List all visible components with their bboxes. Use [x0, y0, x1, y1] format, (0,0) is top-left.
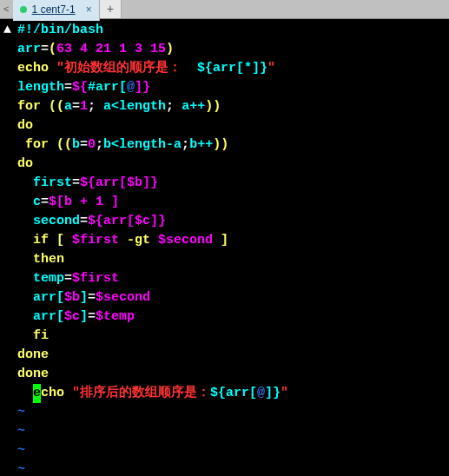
cursor: e	[33, 384, 41, 403]
tab-nav-left[interactable]: <	[0, 0, 13, 19]
editor-area[interactable]: ▲#!/bin/bash arr=(63 4 21 1 3 15) echo "…	[0, 19, 449, 476]
scroll-up-icon[interactable]: ▲	[3, 21, 17, 40]
code-text: #!/bin/bash	[17, 21, 103, 40]
empty-line-tilde: ~	[17, 460, 25, 476]
empty-line-tilde: ~	[17, 403, 25, 422]
tab-active[interactable]: 1 cent7-1 ×	[13, 0, 100, 21]
tab-bar: < 1 cent7-1 × +	[0, 0, 449, 19]
empty-line-tilde: ~	[17, 422, 25, 441]
tab-status-dot	[20, 6, 27, 13]
tab-label: 1 cent7-1	[32, 0, 76, 19]
tab-close-icon[interactable]: ×	[86, 0, 92, 19]
empty-line-tilde: ~	[17, 441, 25, 460]
tab-add-button[interactable]: +	[100, 0, 122, 18]
